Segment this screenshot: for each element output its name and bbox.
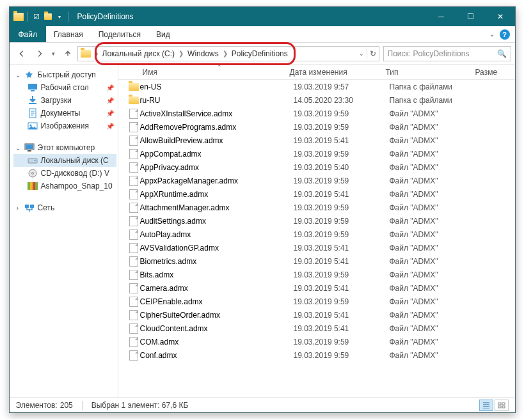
file-row[interactable]: Bits.admx19.03.2019 9:59Файл "ADMX": [118, 268, 515, 281]
file-row[interactable]: en-US19.03.2019 9:57Папка с файлами: [118, 80, 515, 93]
file-date: 19.03.2019 9:59: [294, 123, 390, 132]
chevron-icon[interactable]: ❯: [179, 50, 184, 57]
maximize-button[interactable]: ☐: [456, 7, 486, 26]
file-row[interactable]: Conf.admx19.03.2019 9:59Файл "ADMX": [118, 348, 515, 362]
col-name[interactable]: Имя: [118, 68, 285, 77]
breadcrumb-1[interactable]: Windows: [186, 49, 220, 58]
tab-file[interactable]: Файл: [10, 26, 47, 42]
help-icon[interactable]: ?: [500, 29, 510, 40]
qat-newfolder-icon[interactable]: [44, 12, 52, 21]
app-icon: [28, 182, 38, 190]
svg-rect-17: [502, 406, 505, 408]
breadcrumb-2[interactable]: PolicyDefinitions: [230, 49, 289, 58]
address-bar[interactable]: ❯ Локальный диск (C:) ❯ Windows ❯ Policy…: [77, 46, 379, 61]
tree-documents[interactable]: Документы 📌: [13, 107, 116, 120]
chevron-icon[interactable]: ❯: [93, 50, 99, 57]
svg-point-11: [31, 173, 33, 175]
file-name: AddRemovePrograms.admx: [140, 123, 294, 132]
nav-tree[interactable]: ⌄ Быстрый доступ Рабочий стол 📌 Загрузки…: [10, 65, 118, 397]
col-size[interactable]: Разме: [470, 68, 515, 77]
tree-network[interactable]: › Сеть: [13, 201, 116, 214]
search-input[interactable]: Поиск: PolicyDefinitions 🔍: [383, 46, 511, 61]
file-row[interactable]: ActiveXInstallService.admx19.03.2019 9:5…: [118, 107, 515, 120]
tree-downloads[interactable]: Загрузки 📌: [13, 94, 116, 107]
tree-quick-access[interactable]: ⌄ Быстрый доступ: [13, 68, 116, 81]
file-type: Файл "ADMX": [390, 109, 479, 118]
tree-label: Локальный диск (C: [41, 156, 109, 165]
address-dropdown-icon[interactable]: ⌄: [359, 51, 364, 57]
file-row[interactable]: ru-RU14.05.2020 23:30Папка с файлами: [118, 93, 515, 107]
tab-view[interactable]: Вид: [148, 26, 178, 42]
file-row[interactable]: AppXRuntime.admx19.03.2019 5:41Файл "ADM…: [118, 187, 515, 201]
tree-pictures[interactable]: Изображения 📌: [13, 120, 116, 132]
file-row[interactable]: AutoPlay.admx19.03.2019 9:59Файл "ADMX": [118, 228, 515, 241]
nav-back-button[interactable]: [13, 45, 30, 62]
tree-ashampoo[interactable]: Ashampoo_Snap_10: [13, 180, 116, 192]
file-row[interactable]: CEIPEnable.admx19.03.2019 9:59Файл "ADMX…: [118, 295, 515, 308]
tree-label: Быстрый доступ: [38, 70, 96, 79]
ribbon-expand-icon[interactable]: ⌄: [489, 31, 495, 38]
file-row[interactable]: AVSValidationGP.admx19.03.2019 5:41Файл …: [118, 241, 515, 254]
file-row[interactable]: CloudContent.admx19.03.2019 5:41Файл "AD…: [118, 322, 515, 335]
file-type: Файл "ADMX": [390, 244, 479, 253]
file-type: Файл "ADMX": [390, 123, 479, 132]
titlebar[interactable]: ☑ ▾ PolicyDefinitions ─ ☐ ✕: [10, 7, 515, 26]
file-row[interactable]: AuditSettings.admx19.03.2019 9:59Файл "A…: [118, 214, 515, 228]
view-details-button[interactable]: [479, 400, 493, 411]
pin-icon: 📌: [106, 110, 116, 117]
file-row[interactable]: AllowBuildPreview.admx19.03.2019 5:41Фай…: [118, 134, 515, 147]
explorer-window: ☑ ▾ PolicyDefinitions ─ ☐ ✕ Файл Главная…: [9, 6, 516, 413]
file-row[interactable]: Biometrics.admx19.03.2019 5:41Файл "ADMX…: [118, 254, 515, 268]
file-type: Файл "ADMX": [390, 203, 479, 212]
file-name: Conf.admx: [140, 351, 294, 360]
file-row[interactable]: CipherSuiteOrder.admx19.03.2019 5:41Файл…: [118, 308, 515, 322]
file-row[interactable]: AppxPackageManager.admx19.03.2019 9:59Фа…: [118, 174, 515, 187]
file-name: AppxPackageManager.admx: [140, 176, 294, 185]
file-date: 19.03.2019 9:59: [294, 109, 390, 118]
file-date: 19.03.2019 9:59: [294, 150, 390, 159]
close-button[interactable]: ✕: [486, 7, 515, 26]
qat-properties-icon[interactable]: ☑: [32, 12, 41, 21]
tab-home[interactable]: Главная: [46, 26, 91, 42]
tree-desktop[interactable]: Рабочий стол 📌: [13, 81, 116, 94]
file-icon: [127, 323, 140, 334]
file-name: en-US: [140, 82, 294, 91]
tab-share[interactable]: Поделиться: [91, 26, 148, 42]
sort-indicator-icon: ⌃: [217, 64, 222, 70]
breadcrumb-0[interactable]: Локальный диск (C:): [101, 49, 177, 58]
chevron-down-icon[interactable]: ⌄: [15, 144, 21, 152]
col-date[interactable]: Дата изменения: [285, 68, 381, 77]
col-type[interactable]: Тип: [381, 68, 470, 77]
file-row[interactable]: AddRemovePrograms.admx19.03.2019 9:59Фай…: [118, 120, 515, 134]
file-name: Bits.admx: [140, 270, 294, 279]
search-icon[interactable]: 🔍: [497, 49, 507, 58]
file-row[interactable]: AttachmentManager.admx19.03.2019 9:59Фай…: [118, 201, 515, 214]
file-icon: [127, 297, 140, 307]
cd-icon: [28, 169, 38, 178]
file-type: Файл "ADMX": [390, 230, 479, 239]
file-type: Файл "ADMX": [390, 217, 479, 226]
refresh-icon[interactable]: ↻: [370, 49, 376, 58]
chevron-icon[interactable]: ❯: [223, 50, 228, 57]
tree-cd-drive[interactable]: CD-дисковод (D:) V: [13, 167, 116, 180]
tree-this-pc[interactable]: ⌄ Этот компьютер: [13, 141, 116, 154]
nav-recent-icon[interactable]: ▾: [49, 45, 58, 62]
nav-forward-button[interactable]: [31, 45, 48, 62]
file-row[interactable]: Camera.admx19.03.2019 5:41Файл "ADMX": [118, 281, 515, 295]
qat-dropdown-icon[interactable]: ▾: [55, 12, 64, 21]
view-icons-button[interactable]: [495, 400, 509, 411]
file-name: CloudContent.admx: [140, 324, 294, 333]
disk-icon: [28, 156, 38, 165]
chevron-down-icon[interactable]: ⌄: [15, 72, 21, 79]
tree-local-disk-c[interactable]: Локальный диск (C: [13, 154, 116, 167]
nav-up-button[interactable]: [60, 45, 76, 62]
file-date: 19.03.2019 9:59: [294, 351, 390, 360]
chevron-right-icon[interactable]: ›: [15, 205, 21, 212]
file-name: ru-RU: [140, 96, 294, 105]
file-row[interactable]: AppCompat.admx19.03.2019 9:59Файл "ADMX": [118, 147, 515, 160]
file-date: 19.03.2019 5:41: [294, 244, 390, 253]
file-row[interactable]: COM.admx19.03.2019 9:59Файл "ADMX": [118, 335, 515, 348]
file-row[interactable]: AppPrivacy.admx19.03.2019 5:40Файл "ADMX…: [118, 160, 515, 174]
file-rows[interactable]: en-US19.03.2019 9:57Папка с файламиru-RU…: [118, 80, 515, 397]
minimize-button[interactable]: ─: [427, 7, 456, 26]
